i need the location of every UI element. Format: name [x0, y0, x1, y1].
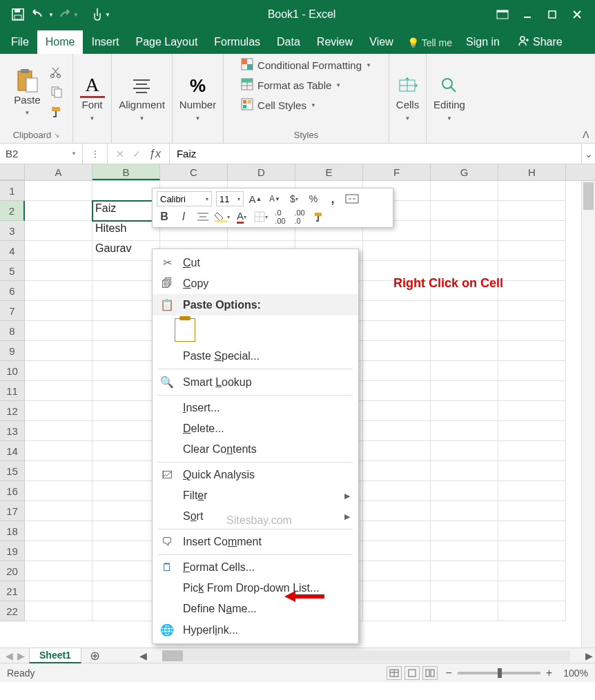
- cell-A20[interactable]: [25, 561, 92, 581]
- cell-H13[interactable]: [498, 421, 566, 441]
- cell-H5[interactable]: [498, 261, 566, 281]
- row-header-15[interactable]: 15: [0, 461, 25, 481]
- normal-view-button[interactable]: [387, 666, 402, 680]
- cell-G4[interactable]: [431, 241, 498, 261]
- cell-H15[interactable]: [498, 461, 566, 481]
- cell-A12[interactable]: [25, 401, 92, 421]
- row-header-18[interactable]: 18: [0, 521, 25, 541]
- tab-home[interactable]: Home: [37, 30, 84, 54]
- ctx-clear-contents[interactable]: Clear Contents: [153, 439, 358, 460]
- row-header-20[interactable]: 20: [0, 561, 25, 581]
- tab-review[interactable]: Review: [309, 30, 361, 54]
- ctx-insert-comment[interactable]: 🗨Insert Comment: [153, 532, 358, 552]
- cell-F11[interactable]: [363, 381, 431, 401]
- cell-F12[interactable]: [363, 401, 431, 421]
- cell-F9[interactable]: [363, 341, 431, 361]
- cell-A22[interactable]: [25, 601, 92, 621]
- new-sheet-button[interactable]: ⊕: [86, 648, 104, 663]
- cell-B19[interactable]: [92, 541, 160, 561]
- cell-G11[interactable]: [431, 381, 498, 401]
- mini-size-select[interactable]: 11 ▾: [216, 191, 244, 206]
- font-color-icon[interactable]: A▾: [234, 209, 249, 224]
- col-header-g[interactable]: G: [431, 164, 498, 180]
- zoom-out-button[interactable]: −: [446, 667, 452, 679]
- italic-icon[interactable]: I: [176, 209, 191, 224]
- cell-B3[interactable]: Hitesh: [92, 221, 160, 241]
- row-header-6[interactable]: 6: [0, 281, 25, 301]
- cell-H10[interactable]: [498, 361, 566, 381]
- tell-me-button[interactable]: 💡Tell me: [402, 32, 458, 54]
- decrease-font-icon[interactable]: A▼: [267, 191, 282, 206]
- ctx-cut[interactable]: ✂Cut: [153, 252, 358, 273]
- col-header-d[interactable]: D: [228, 164, 295, 180]
- row-header-7[interactable]: 7: [0, 301, 25, 321]
- ctx-quick-analysis[interactable]: 🗠Quick Analysis: [153, 465, 358, 485]
- cell-A14[interactable]: [25, 441, 92, 461]
- cell-F13[interactable]: [363, 421, 431, 441]
- number-button[interactable]: %Number▼: [177, 72, 219, 124]
- name-box-functions[interactable]: ⋮: [83, 144, 108, 164]
- zoom-slider[interactable]: [458, 672, 540, 674]
- percent-format-icon[interactable]: %: [306, 191, 321, 206]
- redo-button[interactable]: ▼: [55, 4, 80, 25]
- cell-B22[interactable]: [92, 601, 160, 621]
- col-header-f[interactable]: F: [363, 164, 431, 180]
- cell-B1[interactable]: [92, 181, 160, 201]
- page-break-view-button[interactable]: [422, 666, 438, 680]
- paste-button[interactable]: Paste▼: [10, 67, 45, 119]
- ctx-delete[interactable]: Delete...: [153, 418, 358, 439]
- borders-icon[interactable]: ▾: [253, 209, 269, 224]
- cell-G13[interactable]: [431, 421, 498, 441]
- row-header-21[interactable]: 21: [0, 581, 25, 601]
- cell-B21[interactable]: [92, 581, 160, 601]
- cell-F15[interactable]: [363, 461, 431, 481]
- cell-F20[interactable]: [363, 561, 431, 581]
- close-button[interactable]: [565, 4, 589, 25]
- enter-icon[interactable]: ✓: [133, 148, 141, 159]
- cell-F19[interactable]: [363, 541, 431, 561]
- sheet-tab-sheet1[interactable]: Sheet1: [29, 648, 81, 663]
- cell-G21[interactable]: [431, 581, 498, 601]
- increase-font-icon[interactable]: A▲: [248, 191, 263, 206]
- accounting-format-icon[interactable]: $ ▾: [286, 191, 302, 206]
- cell-A17[interactable]: [25, 501, 92, 521]
- cell-A16[interactable]: [25, 481, 92, 501]
- select-all-corner[interactable]: [0, 164, 25, 180]
- ctx-sort[interactable]: Sort▶: [153, 506, 358, 527]
- cell-G17[interactable]: [431, 501, 498, 521]
- sheet-nav-prev[interactable]: ◀: [6, 650, 13, 661]
- cell-G10[interactable]: [431, 361, 498, 381]
- fill-color-icon[interactable]: ▾: [215, 209, 230, 224]
- cell-F4[interactable]: [363, 241, 431, 261]
- row-header-11[interactable]: 11: [0, 381, 25, 401]
- maximize-button[interactable]: [540, 4, 565, 25]
- cell-G22[interactable]: [431, 601, 498, 621]
- cell-H16[interactable]: [498, 481, 566, 501]
- tab-data[interactable]: Data: [269, 30, 309, 54]
- row-header-2[interactable]: 2: [0, 201, 25, 221]
- zoom-in-button[interactable]: +: [546, 667, 552, 679]
- cell-F16[interactable]: [363, 481, 431, 501]
- expand-formula-bar-button[interactable]: ⌄: [581, 144, 595, 164]
- font-button[interactable]: AFont▼: [75, 72, 110, 124]
- merge-center-icon[interactable]: [344, 191, 360, 206]
- cell-F7[interactable]: [363, 301, 431, 321]
- cell-H4[interactable]: [498, 241, 566, 261]
- alignment-button[interactable]: Alignment▼: [116, 72, 168, 124]
- row-header-17[interactable]: 17: [0, 501, 25, 521]
- hscroll-thumb[interactable]: [162, 650, 183, 661]
- cell-B14[interactable]: [92, 441, 160, 461]
- cell-G20[interactable]: [431, 561, 498, 581]
- scrollbar-thumb[interactable]: [583, 182, 594, 210]
- cell-B9[interactable]: [92, 341, 160, 361]
- ctx-insert[interactable]: Insert...: [153, 398, 358, 418]
- bold-icon[interactable]: B: [157, 209, 172, 224]
- cell-G7[interactable]: [431, 301, 498, 321]
- col-header-a[interactable]: A: [25, 164, 92, 180]
- ctx-pick-from-list[interactable]: Pick From Drop-down List...: [153, 578, 358, 599]
- format-painter-mini-icon[interactable]: [311, 209, 326, 224]
- touch-mode-button[interactable]: ▼: [88, 4, 113, 25]
- cell-B17[interactable]: [92, 501, 160, 521]
- cell-G18[interactable]: [431, 521, 498, 541]
- cell-G19[interactable]: [431, 541, 498, 561]
